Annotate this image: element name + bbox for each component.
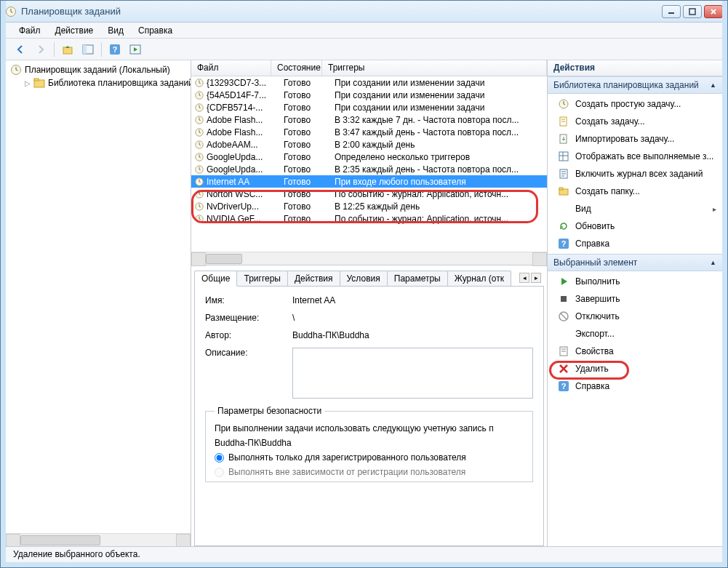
back-button[interactable] bbox=[12, 41, 29, 57]
help-button[interactable]: ? bbox=[106, 41, 124, 57]
radio-any bbox=[215, 468, 224, 477]
grid-scrollbar[interactable] bbox=[191, 252, 547, 265]
menu-view[interactable]: Вид bbox=[100, 24, 131, 37]
panes-button[interactable] bbox=[79, 41, 97, 57]
close-button[interactable] bbox=[704, 5, 723, 18]
menu-file[interactable]: Файл bbox=[12, 24, 48, 37]
window-title: Планировщик заданий bbox=[21, 6, 662, 17]
play-icon bbox=[558, 276, 569, 287]
collapse-icon[interactable]: ▲ bbox=[710, 259, 716, 266]
svg-rect-29 bbox=[559, 188, 563, 190]
minimize-button[interactable] bbox=[662, 5, 681, 18]
task-row[interactable]: NvDriverUp...ГотовоВ 12:25 каждый день bbox=[191, 200, 547, 212]
name-label: Имя: bbox=[205, 295, 292, 305]
svg-rect-4 bbox=[83, 45, 87, 54]
radio-logged-on-label: Выполнять только для зарегистрированного… bbox=[228, 452, 466, 463]
security-legend: Параметры безопасности bbox=[215, 406, 324, 416]
delete-icon bbox=[558, 363, 569, 375]
action-удалить[interactable]: Удалить bbox=[548, 360, 722, 377]
menu-help[interactable]: Справка bbox=[131, 24, 180, 37]
toolbar: ? bbox=[6, 39, 722, 60]
help-icon: ? bbox=[558, 380, 569, 392]
journal-icon bbox=[558, 168, 569, 180]
maximize-button[interactable] bbox=[683, 5, 702, 18]
task-row[interactable]: GoogleUpda...ГотовоВ 2:35 каждый день - … bbox=[191, 163, 547, 175]
action-создать-задачу-[interactable]: Создать задачу... bbox=[548, 113, 722, 130]
name-value: Internet AA bbox=[292, 295, 533, 305]
action-выполнить[interactable]: Выполнить bbox=[548, 273, 722, 290]
author-value: Buddha-ПК\Buddha bbox=[292, 330, 533, 340]
desc-label: Описание: bbox=[205, 348, 292, 358]
tab-conditions[interactable]: Условия bbox=[340, 271, 388, 287]
clock-icon bbox=[558, 98, 569, 110]
export-icon bbox=[558, 328, 569, 340]
action-импортировать-задачу-[interactable]: Импортировать задачу... bbox=[548, 130, 722, 148]
task-row[interactable]: GoogleUpda...ГотовоОпределено несколько … bbox=[191, 151, 547, 163]
action-свойства[interactable]: Свойства bbox=[548, 343, 722, 360]
view-icon bbox=[558, 203, 569, 215]
tree-root[interactable]: Планировщик заданий (Локальный) bbox=[9, 63, 188, 76]
refresh-icon bbox=[558, 220, 569, 232]
desc-textarea[interactable] bbox=[292, 348, 533, 399]
section-library-label: Библиотека планировщика заданий bbox=[553, 80, 699, 90]
action-справка[interactable]: ?Справка bbox=[548, 377, 722, 395]
tab-actions[interactable]: Действия bbox=[287, 271, 340, 287]
menu-action[interactable]: Действие bbox=[48, 24, 101, 37]
action-создать-папку-[interactable]: Создать папку... bbox=[548, 183, 722, 200]
expand-icon[interactable]: ▷ bbox=[25, 79, 31, 87]
collapse-icon[interactable]: ▲ bbox=[710, 81, 716, 89]
section-library[interactable]: Библиотека планировщика заданий ▲ bbox=[548, 76, 722, 94]
action-отображать-все-выполняемые-з-[interactable]: Отображать все выполняемые з... bbox=[548, 148, 722, 165]
svg-text:?: ? bbox=[561, 382, 567, 391]
tab-settings[interactable]: Параметры bbox=[387, 271, 448, 287]
col-triggers[interactable]: Триггеры bbox=[322, 60, 547, 76]
svg-rect-26 bbox=[559, 152, 568, 161]
security-account: Buddha-ПК\Buddha bbox=[215, 438, 524, 448]
action-обновить[interactable]: Обновить bbox=[548, 217, 722, 235]
tab-history[interactable]: Журнал (отк bbox=[447, 271, 511, 287]
task-row[interactable]: Norton WSC...ГотовоПо событию - журнал: … bbox=[191, 188, 547, 200]
tree-library-label: Библиотека планировщика заданий bbox=[48, 78, 191, 88]
tree-library[interactable]: ▷ Библиотека планировщика заданий bbox=[9, 76, 188, 89]
actions-panel: Действия Библиотека планировщика заданий… bbox=[548, 60, 722, 546]
task-row[interactable]: AdobeAAM...ГотовоВ 2:00 каждый день bbox=[191, 138, 547, 151]
tab-general[interactable]: Общие bbox=[194, 271, 237, 287]
col-file[interactable]: Файл bbox=[191, 60, 271, 76]
import-icon bbox=[558, 133, 569, 145]
tab-scroll-left[interactable]: ◂ bbox=[519, 273, 529, 283]
forward-button[interactable] bbox=[32, 41, 49, 57]
section-selected[interactable]: Выбранный элемент ▲ bbox=[548, 254, 722, 271]
action-справка[interactable]: ?Справка bbox=[548, 235, 722, 252]
task-grid: Файл Состояние Триггеры {13293CD7-3...Го… bbox=[191, 60, 547, 265]
radio-logged-on[interactable] bbox=[215, 453, 224, 463]
preview-button[interactable] bbox=[127, 41, 144, 57]
folder-icon bbox=[558, 185, 569, 197]
section-selected-label: Выбранный элемент bbox=[553, 257, 637, 268]
task-row[interactable]: {54A5D14F-7...ГотовоПри создании или изм… bbox=[191, 89, 547, 101]
security-fieldset: Параметры безопасности При выполнении за… bbox=[205, 406, 533, 482]
task-row[interactable]: {CDFB5714-...ГотовоПри создании или изме… bbox=[191, 101, 547, 113]
tree-scrollbar[interactable] bbox=[6, 533, 191, 546]
svg-rect-10 bbox=[34, 79, 39, 81]
action-включить-журнал-всех-заданий[interactable]: Включить журнал всех заданий bbox=[548, 165, 722, 183]
task-row[interactable]: {13293CD7-3...ГотовоПри создании или изм… bbox=[191, 76, 547, 89]
up-button[interactable] bbox=[59, 41, 76, 57]
stop-icon bbox=[558, 293, 569, 305]
svg-rect-1 bbox=[689, 9, 695, 15]
tab-scroll-right[interactable]: ▸ bbox=[531, 273, 541, 283]
props-icon bbox=[558, 345, 569, 357]
location-value: \ bbox=[292, 313, 533, 323]
svg-rect-2 bbox=[63, 47, 72, 54]
action-вид[interactable]: Вид▸ bbox=[548, 200, 722, 217]
action-отключить[interactable]: Отключить bbox=[548, 308, 722, 325]
action-завершить[interactable]: Завершить bbox=[548, 290, 722, 308]
tab-triggers[interactable]: Триггеры bbox=[236, 271, 288, 287]
task-row[interactable]: NVIDIA GeF...ГотовоПо событию - журнал: … bbox=[191, 212, 547, 225]
col-state[interactable]: Состояние bbox=[271, 60, 322, 76]
action-экспорт-[interactable]: Экспорт... bbox=[548, 325, 722, 343]
doc-icon bbox=[558, 116, 569, 127]
task-row[interactable]: Adobe Flash...ГотовоВ 3:47 каждый день -… bbox=[191, 126, 547, 138]
action-создать-простую-задачу-[interactable]: Создать простую задачу... bbox=[548, 95, 722, 113]
task-row[interactable]: Adobe Flash...ГотовоВ 3:32 каждые 7 дн. … bbox=[191, 113, 547, 126]
task-row[interactable]: Internet AAГотовоПри входе любого пользо… bbox=[191, 175, 547, 188]
